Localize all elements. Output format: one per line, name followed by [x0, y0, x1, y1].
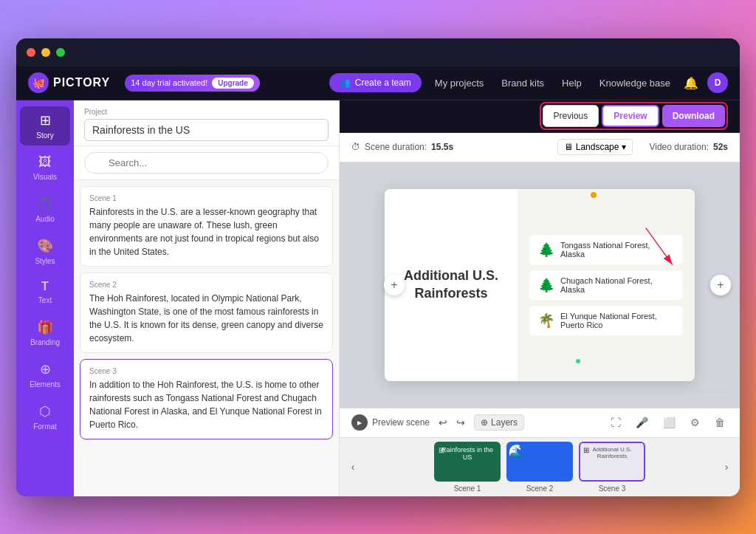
- undo-button[interactable]: ↩: [439, 417, 447, 428]
- stack-icon-1: ⊞: [439, 446, 444, 454]
- search-bar: 🔍: [74, 146, 339, 180]
- scene-card-1[interactable]: Scene 1 Rainforests in the U.S. are a le…: [80, 186, 333, 267]
- scene-text-2: The Hoh Rainforest, located in Olympic N…: [89, 292, 323, 345]
- download-button[interactable]: Download: [662, 105, 725, 127]
- close-button[interactable]: [27, 48, 35, 57]
- scene-card-3[interactable]: Scene 3 In addition to the Hoh Rainfores…: [80, 359, 333, 439]
- landscape-button[interactable]: 🖥 Landscape ▾: [557, 139, 633, 155]
- help-link[interactable]: Help: [557, 78, 586, 89]
- scene-card-2[interactable]: Scene 2 The Hoh Rainforest, located in O…: [80, 273, 333, 353]
- search-input[interactable]: [84, 152, 329, 174]
- add-scene-left-button[interactable]: +: [384, 275, 405, 295]
- sidebar-label-styles: Styles: [35, 257, 55, 265]
- story-icon: ⊞: [40, 112, 51, 129]
- canvas-area: Previous Preview Download ⏱ Scene durati…: [340, 100, 740, 496]
- sidebar-item-story[interactable]: ⊞ Story: [20, 106, 70, 146]
- sidebar-item-elements[interactable]: ⊕ Elements: [20, 355, 70, 394]
- monitor-icon: 🖥: [564, 142, 573, 152]
- preview-button[interactable]: Preview: [602, 105, 659, 127]
- filmstrip-scene-3[interactable]: ⊞ Additional U.S. Rainforests Scene 3: [579, 442, 645, 493]
- slide-right-panel: 🌲 Tongass National Forest, Alaska 🌲 Chug…: [518, 189, 695, 381]
- create-team-button[interactable]: 👥 Create a team: [329, 73, 422, 92]
- sidebar-item-styles[interactable]: 🎨 Styles: [20, 232, 70, 271]
- stack-icon-2: ⊞: [511, 446, 517, 454]
- knowledge-base-link[interactable]: Knowledge base: [595, 78, 675, 89]
- scene-text-3: In addition to the Hoh Rainforest, the U…: [89, 378, 323, 431]
- forest-label-3: El Yunque National Forest, Puerto Rico: [560, 312, 674, 329]
- audio-waveform: 〰〰〰: [694, 386, 725, 397]
- clock-icon: ⏱: [351, 142, 360, 152]
- filmstrip-next-button[interactable]: ›: [719, 461, 734, 473]
- trash-icon[interactable]: 🗑: [712, 417, 728, 428]
- minimize-button[interactable]: [41, 48, 50, 57]
- format-icon: ⬡: [39, 403, 51, 420]
- slide-title: Additional U.S. Rainforests: [399, 267, 503, 302]
- palm-icon-3: 🌴: [538, 312, 554, 329]
- layers-icon: ⊕: [481, 417, 488, 428]
- branding-icon: 🎁: [37, 319, 53, 335]
- crop-icon[interactable]: ⛶: [608, 417, 624, 428]
- upgrade-button[interactable]: Upgrade: [212, 78, 254, 89]
- settings-icon[interactable]: ⚙: [687, 417, 703, 428]
- sidebar: ⊞ Story 🖼 Visuals 🎵 Audio 🎨 Styles T Tex…: [16, 100, 74, 496]
- scene-text-1: Rainforests in the U.S. are a lesser-kno…: [89, 205, 323, 259]
- scene-duration-label: Scene duration:: [365, 142, 427, 152]
- scene-duration-value: 15.5s: [431, 142, 453, 152]
- app-window: 🐙 PICTORY 14 day trial activated! Upgrad…: [16, 38, 740, 496]
- layers-button[interactable]: ⊕ Layers: [474, 414, 524, 431]
- avatar[interactable]: D: [707, 72, 728, 93]
- sidebar-item-visuals[interactable]: 🖼 Visuals: [20, 148, 70, 187]
- filmstrip-prev-button[interactable]: ‹: [346, 461, 360, 473]
- left-panel: Project 🔍 Scene 1 Rainforests in the U.S…: [74, 100, 340, 496]
- sidebar-label-audio: Audio: [35, 215, 55, 223]
- video-duration-value: 52s: [713, 142, 728, 152]
- sidebar-item-branding[interactable]: 🎁 Branding: [20, 313, 70, 352]
- sidebar-item-text[interactable]: T Text: [20, 274, 70, 310]
- forest-item-3: 🌴 El Yunque National Forest, Puerto Rico: [529, 306, 683, 335]
- caption-icon[interactable]: ⬜: [660, 417, 678, 428]
- titlebar: [16, 38, 740, 66]
- mic-icon[interactable]: 🎤: [633, 417, 651, 428]
- sidebar-label-text: Text: [38, 296, 52, 304]
- filmstrip-scene-2[interactable]: ⊞ 🌊 Scene 2: [506, 442, 573, 493]
- sidebar-item-audio[interactable]: 🎵 Audio: [20, 190, 70, 229]
- text-icon: T: [41, 280, 49, 293]
- sidebar-item-format[interactable]: ⬡ Format: [20, 397, 70, 437]
- styles-icon: 🎨: [37, 238, 53, 254]
- my-projects-link[interactable]: My projects: [430, 78, 488, 89]
- filmstrip-scenes: ⊞ Rainforests in the US Scene 1 ⊞ 🌊 Scen…: [360, 442, 719, 493]
- action-buttons-group: Previous Preview Download: [540, 102, 728, 130]
- add-scene-right-button[interactable]: +: [710, 275, 731, 295]
- tree-icon-2: 🌲: [538, 277, 554, 293]
- canvas-toolbar: ⏱ Scene duration: 15.5s 🖥 Landscape ▾ Vi…: [340, 133, 740, 162]
- decoration-dot-1: [591, 192, 597, 198]
- slide-container: Additional U.S. Rainforests 🌲 Tongass Na…: [385, 189, 695, 381]
- audio-icon: 🎵: [37, 196, 53, 212]
- toolbar-right: 🖥 Landscape ▾ Video duration: 52s: [557, 139, 728, 155]
- brand-kits-link[interactable]: Brand kits: [497, 78, 549, 89]
- trial-badge: 14 day trial activated! Upgrade: [125, 75, 260, 92]
- sidebar-label-format: Format: [33, 422, 57, 431]
- canvas-content: + Additional U.S. Rainforests 🌲 Tongass …: [340, 162, 740, 408]
- scene-label-2: Scene 2: [89, 281, 323, 289]
- notification-bell-icon[interactable]: 🔔: [684, 76, 698, 90]
- maximize-button[interactable]: [56, 48, 65, 57]
- filmstrip-scene-1[interactable]: ⊞ Rainforests in the US Scene 1: [434, 442, 501, 493]
- scenes-list: Scene 1 Rainforests in the U.S. are a le…: [74, 180, 339, 496]
- redo-button[interactable]: ↪: [456, 417, 465, 428]
- project-title-input[interactable]: [84, 119, 329, 141]
- preview-scene-button[interactable]: ▶ Preview scene: [351, 414, 430, 431]
- project-label: Project: [84, 108, 329, 116]
- previous-button[interactable]: Previous: [543, 105, 599, 127]
- sidebar-label-visuals: Visuals: [33, 173, 57, 181]
- main-layout: ⊞ Story 🖼 Visuals 🎵 Audio 🎨 Styles T Tex…: [16, 100, 740, 496]
- forest-label-2: Chugach National Forest, Alaska: [560, 276, 674, 294]
- filmstrip: ‹ ⊞ Rainforests in the US Scene 1 ⊞ 🌊: [340, 437, 740, 496]
- preview-scene-label: Preview scene: [372, 417, 430, 428]
- filmstrip-label-3: Scene 3: [599, 485, 626, 493]
- people-icon: 👥: [340, 78, 351, 88]
- left-panel-header: Project: [74, 100, 339, 146]
- filmstrip-thumb-1: ⊞ Rainforests in the US: [434, 442, 501, 482]
- scene-label-1: Scene 1: [89, 194, 323, 202]
- decoration-dot-2: [576, 359, 580, 363]
